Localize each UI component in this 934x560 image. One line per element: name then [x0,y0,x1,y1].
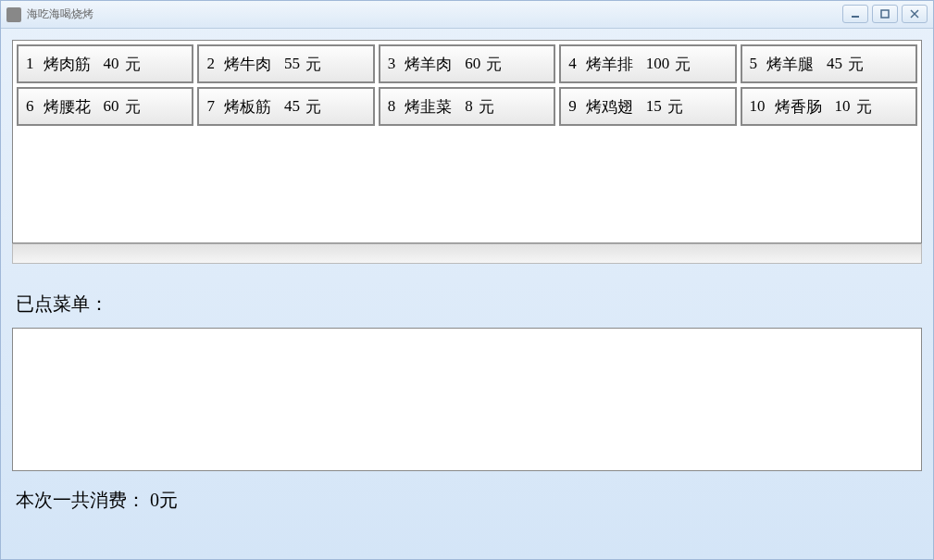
menu-item-price: 45 [284,97,300,116]
menu-item-unit: 元 [486,54,502,75]
menu-item[interactable]: 4烤羊排100元 [559,44,736,83]
maximize-icon [879,8,890,19]
menu-item-index: 9 [568,97,577,116]
menu-item-name: 烤牛肉 [224,54,271,75]
content-area: 1烤肉筋40元2烤牛肉55元3烤羊肉60元4烤羊排100元5烤羊腿45元6烤腰花… [1,29,933,559]
menu-item-price: 55 [284,55,300,73]
titlebar: 海吃海喝烧烤 [1,1,933,29]
menu-item-name: 烤香肠 [775,96,822,118]
menu-item-unit: 元 [479,96,494,118]
menu-item-index: 7 [206,97,215,116]
ordered-panel [12,328,922,471]
menu-item-price: 40 [104,55,119,73]
menu-item-name: 烤羊排 [586,54,633,75]
menu-item[interactable]: 9烤鸡翅15元 [559,87,736,126]
total-amount: 0 [150,490,159,510]
menu-item[interactable]: 3烤羊肉60元 [379,44,555,83]
menu-item-price: 100 [646,55,670,73]
total-line: 本次一共消费： 0元 [12,471,922,518]
menu-panel: 1烤肉筋40元2烤牛肉55元3烤羊肉60元4烤羊排100元5烤羊腿45元6烤腰花… [12,40,922,243]
app-window: 海吃海喝烧烤 1烤肉筋40元2烤牛肉55元3烤羊肉60元4烤羊排100元5烤羊腿… [0,0,934,560]
menu-item[interactable]: 2烤牛肉55元 [197,44,374,83]
close-icon [909,8,920,19]
menu-item-unit: 元 [667,96,683,118]
app-icon [6,7,21,22]
menu-item-unit: 元 [305,54,321,75]
menu-item-name: 烤腰花 [44,96,91,118]
menu-item-price: 60 [465,55,480,73]
menu-item[interactable]: 6烤腰花60元 [17,87,193,126]
minimize-icon [850,8,861,19]
menu-item-unit: 元 [305,96,321,118]
divider-bar [12,243,922,264]
menu-item-name: 烤羊肉 [405,54,452,75]
window-controls [842,5,928,23]
menu-item-name: 烤羊腿 [766,54,814,75]
menu-item-index: 5 [750,55,758,73]
menu-item-price: 45 [827,55,842,73]
menu-item-name: 烤鸡翅 [586,96,633,118]
total-prefix: 本次一共消费： [16,490,145,510]
total-unit: 元 [159,490,178,510]
menu-item[interactable]: 7烤板筋45元 [197,87,374,126]
menu-item-price: 60 [104,97,119,116]
menu-item-name: 烤肉筋 [44,54,91,75]
menu-item-unit: 元 [125,54,141,75]
menu-item-price: 15 [646,97,662,116]
menu-item-unit: 元 [125,96,141,118]
menu-item-name: 烤韭菜 [405,96,452,118]
menu-item-index: 10 [750,97,766,116]
menu-item-index: 6 [26,97,34,116]
ordered-label: 已点菜单： [12,264,922,328]
menu-item-price: 10 [835,97,851,116]
minimize-button[interactable] [842,5,868,23]
window-title: 海吃海喝烧烤 [27,6,93,22]
menu-item[interactable]: 8烤韭菜8元 [379,87,555,126]
menu-grid: 1烤肉筋40元2烤牛肉55元3烤羊肉60元4烤羊排100元5烤羊腿45元6烤腰花… [17,44,917,126]
svg-rect-1 [881,10,889,18]
close-button[interactable] [902,5,928,23]
menu-item[interactable]: 1烤肉筋40元 [17,44,193,83]
menu-item-index: 3 [388,55,396,73]
menu-item-unit: 元 [856,96,872,118]
menu-item-index: 8 [388,97,396,116]
menu-item-index: 1 [26,55,34,73]
menu-item-index: 2 [206,55,215,73]
menu-item-unit: 元 [675,54,691,75]
maximize-button[interactable] [872,5,898,23]
menu-item-name: 烤板筋 [224,96,271,118]
menu-item[interactable]: 5烤羊腿45元 [741,44,917,83]
menu-item-index: 4 [568,55,577,73]
menu-item[interactable]: 10烤香肠10元 [741,87,917,126]
menu-item-price: 8 [465,97,473,116]
menu-item-unit: 元 [848,54,864,75]
